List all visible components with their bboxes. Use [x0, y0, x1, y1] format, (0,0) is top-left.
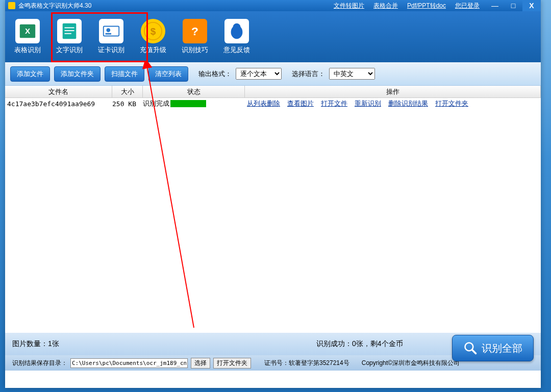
cell-ops: 从列表删除 查看图片 打开文件 重新识别 删除识别结果 打开文件夹: [245, 99, 541, 108]
add-file-button[interactable]: 添加文件: [10, 66, 50, 82]
link-pdf-ppt-doc[interactable]: Pdf/PPT转doc: [407, 2, 446, 10]
svg-rect-3: [65, 27, 74, 28]
result-status: 识别成功：0张，剩4个金币: [316, 339, 403, 349]
col-status: 状态: [143, 86, 245, 97]
link-file-to-img[interactable]: 文件转图片: [334, 2, 364, 10]
op-delete-from-list[interactable]: 从列表删除: [247, 99, 280, 108]
copyright: Copyright©深圳市金鸣科技有限公司: [362, 359, 460, 368]
svg-point-14: [233, 23, 240, 31]
tool-label: 表格识别: [14, 45, 41, 55]
svg-text:?: ?: [191, 24, 198, 38]
tool-card-ocr[interactable]: 证卡识别: [98, 19, 124, 55]
close-button[interactable]: X: [522, 0, 541, 11]
output-format-select[interactable]: 逐个文本: [236, 68, 282, 80]
titlebar-links: 文件转图片 表格合并 Pdf/PPT转doc 您已登录: [334, 2, 480, 10]
tool-feedback[interactable]: 意见反馈: [223, 19, 250, 55]
op-delete-result[interactable]: 删除识别结果: [388, 99, 428, 108]
output-format-label: 输出格式：: [198, 69, 232, 79]
op-open-file[interactable]: 打开文件: [321, 99, 347, 108]
table-header: 文件名 大小 状态 操作: [5, 86, 541, 98]
pic-count: 图片数量：1张: [12, 339, 59, 349]
footer-status: 图片数量：1张 识别成功：0张，剩4个金币 识别全部: [5, 333, 541, 355]
link-merge-tables[interactable]: 表格合并: [373, 2, 398, 10]
col-filename: 文件名: [5, 86, 112, 97]
save-dir-label: 识别结果保存目录：: [12, 359, 67, 368]
tool-table-ocr[interactable]: X 表格识别: [14, 19, 41, 55]
magnifier-icon: [463, 341, 478, 355]
scan-file-button[interactable]: 扫描文件: [105, 66, 144, 82]
tool-label: 充值升级: [140, 45, 166, 55]
language-label: 选择语言：: [292, 69, 325, 79]
language-select[interactable]: 中英文: [329, 68, 375, 80]
table-row[interactable]: 4c17ae3b7efc4091aa9e69 250 KB 识别完成 从列表删除…: [5, 98, 541, 109]
maximize-button[interactable]: □: [504, 0, 522, 11]
app-window: 金鸣表格文字识别大师4.30 文件转图片 表格合并 Pdf/PPT转doc 您已…: [5, 0, 541, 388]
certificate: 证书号：软著登字第3527214号: [264, 359, 349, 368]
svg-rect-8: [106, 33, 111, 35]
cell-status: 识别完成: [143, 99, 245, 108]
main-toolbar: X 表格识别 文字识别 证卡识别 $ 充值升级 ? 识别技巧 意见反馈: [5, 11, 541, 62]
col-size: 大小: [112, 86, 143, 97]
link-logged-in[interactable]: 您已登录: [455, 2, 480, 10]
title-bar: 金鸣表格文字识别大师4.30 文件转图片 表格合并 Pdf/PPT转doc 您已…: [5, 0, 541, 11]
question-icon: ?: [183, 19, 207, 43]
choose-button[interactable]: 选择: [191, 358, 210, 369]
tool-label: 意见反馈: [223, 45, 250, 55]
tool-label: 文字识别: [56, 45, 83, 55]
clear-list-button[interactable]: 清空列表: [148, 66, 188, 82]
recognize-all-button[interactable]: 识别全部: [452, 335, 534, 361]
svg-rect-4: [65, 30, 74, 31]
op-open-folder[interactable]: 打开文件夹: [435, 99, 468, 108]
tool-recharge[interactable]: $ 充值升级: [140, 19, 166, 55]
svg-point-7: [107, 28, 111, 32]
cell-filename: 4c17ae3b7efc4091aa9e69: [5, 100, 112, 108]
add-folder-button[interactable]: 添加文件夹: [54, 66, 101, 82]
window-controls: — □ X: [486, 0, 541, 11]
svg-text:X: X: [25, 27, 30, 35]
op-view-image[interactable]: 查看图片: [287, 99, 314, 108]
tool-text-ocr[interactable]: 文字识别: [56, 19, 83, 55]
status-text: 识别完成: [143, 99, 169, 108]
op-re-recognize[interactable]: 重新识别: [355, 99, 381, 108]
tool-label: 证卡识别: [98, 45, 124, 55]
cell-size: 250 KB: [112, 100, 143, 108]
recognize-all-label: 识别全部: [482, 341, 522, 355]
app-title: 金鸣表格文字识别大师4.30: [18, 2, 91, 10]
svg-text:$: $: [151, 26, 156, 37]
tool-label: 识别技巧: [182, 45, 208, 55]
sub-toolbar: 添加文件 添加文件夹 扫描文件 清空列表 输出格式： 逐个文本 选择语言： 中英…: [5, 62, 541, 86]
excel-icon: X: [15, 19, 40, 43]
id-card-icon: [99, 19, 123, 43]
app-icon: [8, 2, 15, 9]
penguin-icon: [224, 19, 249, 43]
table-body: 4c17ae3b7efc4091aa9e69 250 KB 识别完成 从列表删除…: [5, 98, 541, 333]
coin-icon: $: [141, 19, 165, 43]
tool-tips[interactable]: ? 识别技巧: [182, 19, 208, 55]
open-folder-button[interactable]: 打开文件夹: [213, 358, 251, 369]
save-dir-input[interactable]: [70, 358, 188, 368]
svg-rect-6: [104, 27, 119, 36]
document-icon: [57, 19, 82, 43]
minimize-button[interactable]: —: [486, 0, 504, 11]
svg-line-16: [472, 350, 476, 354]
col-ops: 操作: [245, 86, 541, 97]
progress-bar: [170, 100, 206, 107]
svg-rect-5: [65, 33, 71, 34]
